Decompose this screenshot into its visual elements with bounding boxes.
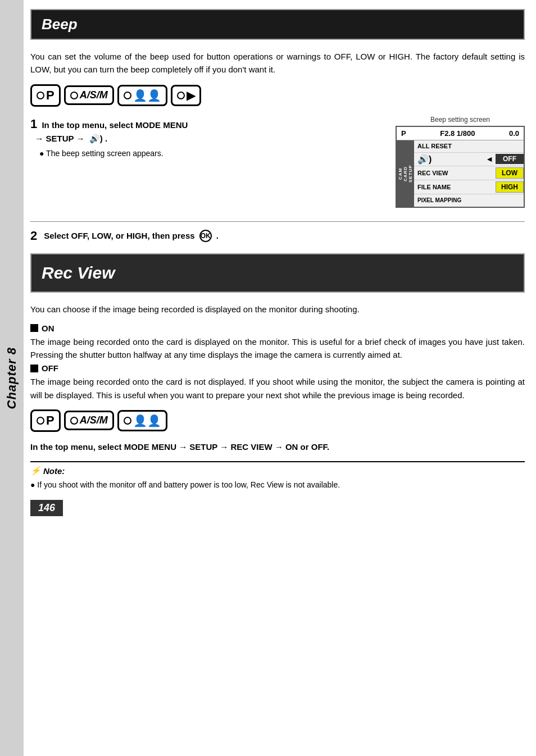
mode-icon-asm-recview: A/S/M — [64, 411, 114, 430]
screen-row-beep: 🔊) ◄ OFF — [414, 153, 524, 166]
mode-icon-people-recview: 👤👤 — [117, 410, 167, 431]
screen-row-rec-view: REC VIEW LOW — [414, 166, 524, 180]
off-heading: OFF — [30, 363, 525, 373]
chapter-sidebar: Chapter 8 — [0, 0, 24, 756]
rec-view-menu-instruction: In the top menu, select MODE MENU → SETU… — [30, 441, 525, 454]
rec-view-title-box: Rec View — [30, 253, 525, 293]
on-text: The image being recorded onto the card i… — [30, 335, 525, 362]
on-heading: ON — [30, 324, 525, 333]
screen-ev-val: 0.0 — [509, 129, 519, 138]
mode-icon-asm-beep: A/S/M — [64, 85, 114, 105]
rec-view-body-text: You can choose if the image being record… — [30, 303, 525, 316]
mode-icon-p-beep: P — [30, 84, 61, 107]
page-number: 146 — [30, 500, 63, 516]
screen-box: P F2.8 1/800 0.0 CAM CARD SETUP — [396, 126, 525, 208]
mode-icon-play-beep: ▶ — [171, 85, 201, 106]
step-divider — [30, 221, 525, 222]
mode-icon-people-beep: 👤👤 — [117, 85, 167, 106]
screen-body: CAM CARD SETUP ALL RESET 🔊) ◄ — [397, 140, 524, 207]
circle-o-p — [37, 92, 44, 99]
step1-title: 1 In the top menu, select MODE MENU → SE… — [30, 116, 384, 145]
screen-rows: ALL RESET 🔊) ◄ OFF REC VIEW LOW — [414, 140, 524, 207]
step1-bullet: ● The beep setting screen appears. — [39, 148, 384, 160]
step1-container: 1 In the top menu, select MODE MENU → SE… — [30, 116, 525, 208]
rec-view-section: Rec View You can choose if the image bei… — [30, 253, 525, 521]
beep-body-text: You can set the volume of the beep used … — [30, 50, 525, 76]
black-square-on — [30, 324, 38, 332]
screen-shutter-info: F2.8 1/800 — [440, 129, 475, 138]
note-section: ⚡ Note: ● If you shoot with the monitor … — [30, 461, 525, 491]
screen-top-bar: P F2.8 1/800 0.0 — [397, 127, 524, 140]
chapter-label: Chapter 8 — [4, 347, 19, 409]
step1-content: 1 In the top menu, select MODE MENU → SE… — [30, 116, 384, 160]
beep-value-off: OFF — [496, 154, 524, 164]
circle-o-play — [177, 92, 185, 99]
ok-button-icon: OK — [199, 230, 212, 242]
beep-section-title: Beep — [30, 9, 525, 40]
beep-camera-screen: Beep setting screen P F2.8 1/800 0.0 CAM… — [396, 116, 525, 208]
step2-container: 2 Select OFF, LOW, or HIGH, then press O… — [30, 229, 525, 243]
circle-o-people — [124, 92, 131, 99]
black-square-off — [30, 365, 38, 372]
screen-row-file-name: FILE NAME HIGH — [414, 180, 524, 194]
circle-o-p-rv — [37, 417, 44, 425]
screen-side-labels: CAM CARD SETUP — [397, 140, 414, 207]
beep-arrow: ◄ — [483, 154, 496, 163]
note-bullet: ● If you shoot with the monitor off and … — [30, 479, 525, 491]
note-header: ⚡ Note: — [30, 466, 525, 476]
beep-mode-icons-row: P A/S/M 👤👤 ▶ — [30, 84, 525, 107]
circle-o-asm — [70, 92, 78, 99]
circle-o-people-rv — [124, 417, 131, 425]
rec-view-value-low: LOW — [496, 167, 524, 179]
off-text: The image being recorded onto the card i… — [30, 375, 525, 402]
screen-row-all-reset: ALL RESET — [414, 140, 524, 153]
screen-row-pixel-mapping: PIXEL MAPPING — [414, 194, 524, 207]
step2-number: 2 — [30, 229, 37, 243]
screen-label: Beep setting screen — [396, 116, 525, 124]
file-name-value-high: HIGH — [496, 181, 524, 193]
circle-o-asm-rv — [70, 417, 78, 425]
rec-view-mode-icons-row: P A/S/M 👤👤 — [30, 409, 525, 432]
mode-icon-p-recview: P — [30, 409, 61, 432]
step1-number: 1 — [30, 117, 37, 131]
screen-p-mode: P — [401, 129, 406, 138]
